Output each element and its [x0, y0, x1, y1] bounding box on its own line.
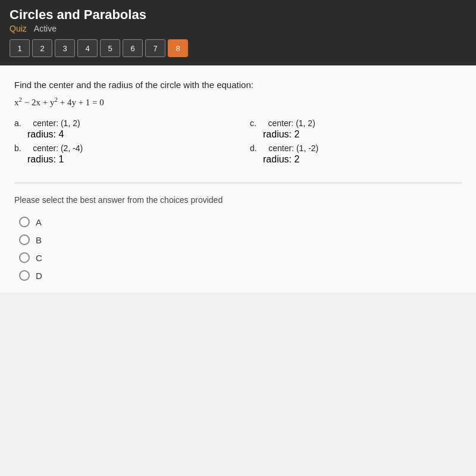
radio-c[interactable]: C — [19, 252, 462, 263]
radio-label-a: A — [36, 217, 42, 227]
choice-a: a. center: (1, 2) radius: 4 — [14, 118, 226, 140]
header: Circles and Parabolas Quiz Active 1 2 3 … — [0, 0, 476, 65]
radio-label-d: D — [36, 271, 42, 281]
choice-c-center: center: (1, 2) — [268, 118, 315, 128]
page-title: Circles and Parabolas — [10, 7, 466, 23]
tab-2[interactable]: 2 — [32, 39, 52, 57]
tab-5[interactable]: 5 — [100, 39, 120, 57]
tab-8[interactable]: 8 — [168, 39, 188, 57]
tab-7[interactable]: 7 — [145, 39, 165, 57]
equation: x2 − 2x + y2 + 4y + 1 = 0 — [14, 96, 462, 108]
question-tabs: 1 2 3 4 5 6 7 8 — [10, 39, 466, 61]
choice-c: c. center: (1, 2) radius: 2 — [250, 118, 462, 140]
active-label: Active — [34, 24, 57, 33]
choice-d-label: d. — [250, 143, 264, 153]
tab-1[interactable]: 1 — [10, 39, 30, 57]
choice-a-center: center: (1, 2) — [33, 118, 80, 128]
radio-b[interactable]: B — [19, 234, 462, 245]
divider — [14, 183, 462, 183]
radio-d[interactable]: D — [19, 270, 462, 281]
radio-label-c: C — [36, 253, 42, 263]
choice-c-label: c. — [250, 118, 264, 128]
choice-c-radius: radius: 2 — [263, 129, 462, 140]
choice-a-radius: radius: 4 — [27, 129, 226, 140]
choice-b-radius: radius: 1 — [27, 154, 226, 165]
choice-a-label: a. — [14, 118, 28, 128]
choices-grid: a. center: (1, 2) radius: 4 c. center: (… — [14, 118, 462, 165]
question-prompt: Find the center and the radius of the ci… — [14, 80, 462, 90]
choice-b-center: center: (2, -4) — [33, 143, 83, 153]
choice-d: d. center: (1, -2) radius: 2 — [250, 143, 462, 165]
radio-a[interactable]: A — [19, 217, 462, 227]
radio-circle-c — [19, 252, 30, 263]
choice-d-center: center: (1, -2) — [268, 143, 318, 153]
radio-label-b: B — [36, 235, 42, 245]
tab-4[interactable]: 4 — [77, 39, 98, 57]
radio-circle-a — [19, 217, 30, 227]
tab-3[interactable]: 3 — [55, 39, 75, 57]
choice-d-radius: radius: 2 — [263, 154, 462, 165]
radio-options: A B C D — [14, 217, 462, 281]
tab-6[interactable]: 6 — [123, 39, 143, 57]
choice-b-label: b. — [14, 143, 28, 153]
radio-circle-b — [19, 234, 30, 245]
select-prompt: Please select the best answer from the c… — [14, 195, 462, 205]
quiz-label: Quiz — [10, 24, 27, 33]
header-subtitle: Quiz Active — [10, 24, 466, 33]
choice-b: b. center: (2, -4) radius: 1 — [14, 143, 226, 165]
radio-circle-d — [19, 270, 30, 281]
main-content: Find the center and the radius of the ci… — [0, 65, 476, 293]
